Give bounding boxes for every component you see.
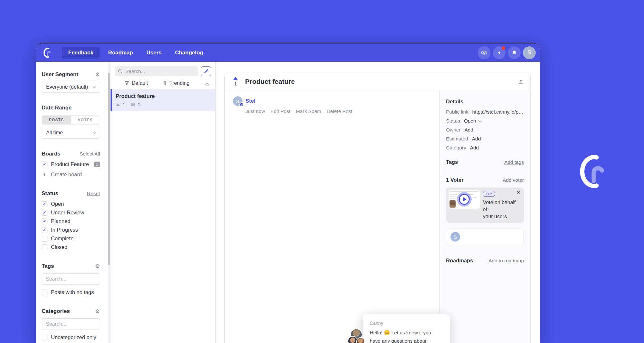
edit-post-link[interactable]: Edit Post — [270, 108, 290, 114]
post-list-item[interactable]: Product feature 1 0 — [111, 89, 215, 111]
user-segment-select[interactable]: Everyone (default) — [42, 81, 100, 93]
status-reset-link[interactable]: Reset — [87, 191, 100, 196]
create-post-button[interactable] — [201, 66, 211, 76]
posts-search[interactable] — [115, 66, 198, 76]
notifications-button[interactable] — [508, 46, 521, 59]
add-to-roadmap-link[interactable]: Add to roadmap — [489, 258, 524, 264]
chat-message: Hello! 😊 Let us know if you have any que… — [370, 329, 443, 343]
no-tags-checkbox[interactable] — [42, 290, 47, 295]
mark-spam-link[interactable]: Mark Spam — [296, 108, 321, 114]
status-row-open[interactable]: Open — [42, 201, 100, 207]
board-count-badge: 1 — [94, 162, 100, 167]
tab-feedback[interactable]: Feedback — [62, 47, 100, 59]
date-range-toggle: POSTS VOTES — [42, 116, 100, 124]
status-row-under-review[interactable]: Under Review — [42, 210, 100, 216]
delete-post-link[interactable]: Delete Post — [326, 108, 352, 114]
post-detail-area: 1 Product feature S — [216, 62, 540, 343]
lightning-icon — [497, 50, 501, 55]
video-thumbnail[interactable] — [449, 190, 480, 209]
plus-icon: + — [42, 171, 47, 178]
category-add-button[interactable]: Add — [470, 144, 479, 151]
owner-add-button[interactable]: Add — [465, 126, 474, 133]
export-button[interactable] — [204, 81, 210, 86]
author-avatar[interactable]: S ⚙ — [233, 96, 243, 106]
status-checkbox[interactable] — [42, 210, 47, 216]
voter-avatar[interactable]: S — [450, 232, 460, 242]
eye-icon — [481, 50, 487, 55]
status-checkbox[interactable] — [42, 236, 47, 242]
scrollbar-thumb[interactable] — [108, 73, 110, 265]
board-row[interactable]: Product Feature 1 — [42, 161, 100, 167]
create-board-button[interactable]: + Create board — [42, 171, 100, 178]
tab-roadmap[interactable]: Roadmap — [103, 47, 138, 59]
status-title: Status — [42, 190, 58, 197]
status-dropdown[interactable]: Open — [464, 117, 481, 124]
posts-search-input[interactable] — [125, 68, 195, 75]
upvote-icon — [233, 77, 238, 80]
pin-icon[interactable] — [518, 79, 524, 85]
add-tags-link[interactable]: Add tags — [504, 159, 524, 165]
filter-default-button[interactable]: Default — [125, 80, 148, 86]
tip-badge: TIP — [483, 191, 495, 197]
boards-title: Boards — [42, 151, 61, 157]
upvote-icon — [116, 103, 120, 106]
details-title: Details — [446, 99, 524, 105]
status-row-planned[interactable]: Planned — [42, 218, 100, 224]
marketing-canvas: Feedback Roadmap Users Changelog — [0, 0, 644, 343]
whats-new-button[interactable] — [493, 46, 506, 59]
date-range-select[interactable]: All time — [42, 127, 100, 139]
tab-changelog[interactable]: Changelog — [170, 47, 208, 59]
toggle-posts[interactable]: POSTS — [42, 116, 71, 124]
status-row-closed[interactable]: Closed — [42, 244, 100, 250]
play-icon — [463, 197, 466, 202]
notification-dot — [502, 46, 505, 50]
details-panel: Details Public link https://stel.canny.i… — [439, 90, 530, 343]
sort-trending-button[interactable]: ⇅ Trending — [163, 80, 189, 86]
categories-gear-icon[interactable]: ⚙ — [95, 309, 100, 314]
chat-widget[interactable]: Canny Hello! 😊 Let us know if you have a… — [363, 314, 450, 343]
status-checkbox[interactable] — [42, 219, 47, 224]
filters-sidebar: User Segment ⚙ Everyone (default) Date R… — [36, 62, 108, 343]
canny-logo-icon[interactable] — [43, 47, 51, 59]
status-checkbox[interactable] — [42, 201, 47, 207]
chevron-down-icon — [93, 131, 96, 134]
tags-search-input[interactable] — [42, 273, 100, 285]
canny-logo-large — [577, 153, 605, 190]
user-segment-title: User Segment — [42, 71, 78, 78]
categories-search-input[interactable] — [42, 318, 100, 330]
status-row-in-progress[interactable]: In Progress — [42, 227, 100, 233]
board-checkbox[interactable] — [42, 162, 47, 167]
public-link-url[interactable]: https://stel.canny.io/prod... — [472, 108, 524, 115]
list-toolbar: Default ⇅ Trending — [111, 76, 215, 89]
boards-select-all-link[interactable]: Select All — [79, 151, 100, 157]
estimated-add-button[interactable]: Add — [472, 135, 481, 142]
preview-eye-button[interactable] — [478, 46, 491, 59]
add-voter-link[interactable]: Add voter — [503, 177, 524, 183]
date-range-title: Date Range — [42, 105, 72, 111]
status-checkbox[interactable] — [42, 227, 47, 233]
sort-arrows-icon: ⇅ — [163, 80, 167, 86]
close-icon[interactable]: ✕ — [516, 190, 521, 195]
owner-label: Owner — [446, 126, 461, 133]
search-icon — [118, 69, 122, 74]
post-detail-card: 1 Product feature S — [224, 73, 531, 343]
user-avatar[interactable]: S — [523, 46, 536, 59]
nav-tabs: Feedback Roadmap Users Changelog — [62, 47, 208, 59]
tip-card: TIP Vote on behalf of your users ✕ — [446, 187, 524, 223]
tags-gear-icon[interactable]: ⚙ — [95, 264, 100, 269]
status-row-complete[interactable]: Complete — [42, 235, 100, 242]
status-checkbox[interactable] — [42, 244, 47, 250]
categories-title: Categories — [42, 308, 70, 315]
nav-actions: S — [478, 46, 536, 59]
author-name-link[interactable]: Stel — [245, 98, 255, 104]
toggle-votes[interactable]: VOTES — [71, 116, 100, 124]
uncategorized-checkbox[interactable] — [42, 335, 47, 340]
uncategorized-row[interactable]: Uncategorized only — [42, 334, 100, 340]
sidebar-scrollbar[interactable] — [108, 62, 111, 343]
upvote-button[interactable]: 1 — [232, 77, 239, 86]
tab-users[interactable]: Users — [141, 47, 167, 59]
play-button[interactable] — [457, 192, 472, 207]
user-segment-gear-icon[interactable]: ⚙ — [95, 72, 100, 77]
no-tags-row[interactable]: Posts with no tags — [42, 289, 100, 295]
bell-icon — [512, 50, 517, 55]
